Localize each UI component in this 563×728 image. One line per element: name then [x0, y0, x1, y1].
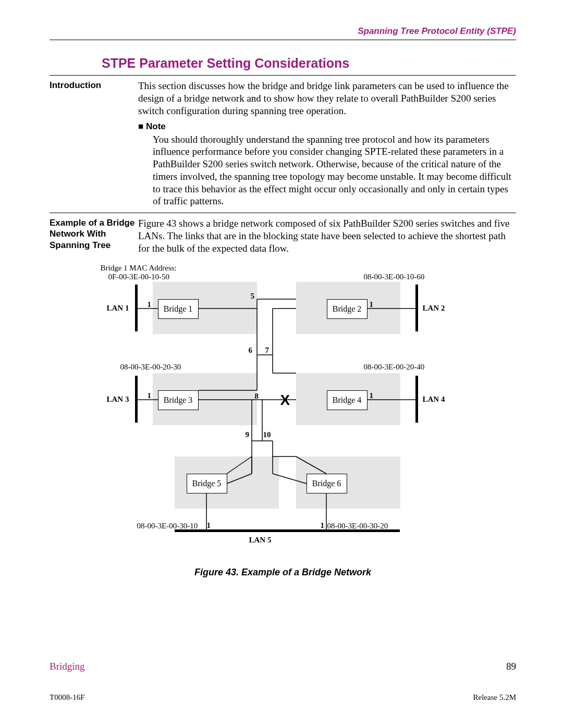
link-7: 7: [265, 346, 270, 355]
port-1d: 1: [370, 391, 374, 400]
mac1: 0F-00-3E-00-10-50: [108, 273, 169, 281]
port-1b: 1: [370, 300, 374, 309]
link-6: 6: [249, 346, 253, 355]
block-x-icon: X: [280, 392, 290, 409]
lan2-bar: [415, 285, 418, 331]
diagram-lines: [95, 264, 471, 561]
link-5: 5: [251, 292, 255, 301]
lan3-label: LAN 3: [107, 395, 129, 404]
port-1f: 1: [321, 521, 325, 530]
note-body: You should thoroughly understand the spa…: [153, 133, 516, 208]
mac3: 08-00-3E-00-20-30: [120, 363, 181, 372]
lan5-label: LAN 5: [249, 536, 272, 545]
intro-text: This section discusses how the bridge an…: [138, 80, 516, 117]
bridge-1: Bridge 1: [158, 299, 199, 319]
sidehead-example: Example of a Bridge Network With Spannin…: [50, 217, 138, 254]
rule-1: [50, 75, 516, 76]
lan1-bar: [135, 285, 138, 331]
example-text: Figure 43 shows a bridge network compose…: [138, 217, 516, 254]
footer-section: Bridging: [50, 661, 85, 672]
port-1e: 1: [207, 521, 211, 530]
mac4: 08-00-3E-00-20-40: [364, 363, 425, 372]
port-1a: 1: [148, 300, 152, 309]
doc-id: T0008-16F: [50, 693, 85, 702]
sidehead-intro: Introduction: [50, 80, 138, 207]
release: Release 5.2M: [473, 693, 516, 702]
top-rule: [50, 40, 516, 40]
running-header: Spanning Tree Protocol Entity (STPE): [50, 26, 516, 36]
lan3-bar: [135, 376, 138, 423]
section-title: STPE Parameter Setting Considerations: [102, 56, 516, 71]
mac-head: Bridge 1 MAC Address:: [101, 264, 177, 273]
bridge-4: Bridge 4: [327, 390, 368, 410]
lan4-label: LAN 4: [423, 395, 445, 404]
lan4-bar: [415, 376, 418, 423]
bridge-2: Bridge 2: [327, 299, 368, 319]
link-10: 10: [263, 430, 271, 439]
note-head: ■ Note: [138, 121, 516, 132]
figure-caption: Figure 43. Example of a Bridge Network: [50, 567, 516, 578]
bridge-5: Bridge 5: [187, 474, 227, 493]
bridge-network-diagram: Bridge 1 MAC Address: 0F-00-3E-00-10-50 …: [95, 264, 471, 561]
lan1-label: LAN 1: [107, 304, 129, 313]
port-1c: 1: [148, 391, 152, 400]
bridge-3: Bridge 3: [158, 390, 199, 410]
page-number: 89: [506, 661, 516, 672]
link-8: 8: [255, 392, 259, 401]
lan2-label: LAN 2: [423, 304, 445, 313]
mac5: 08-00-3E-00-30-10: [137, 522, 198, 530]
mac2: 08-00-3E-00-10-60: [364, 273, 425, 281]
bridge-6: Bridge 6: [307, 474, 347, 493]
mac6: 08-00-3E-00-30-20: [327, 522, 388, 530]
rule-2: [50, 213, 516, 213]
link-9: 9: [246, 430, 250, 439]
